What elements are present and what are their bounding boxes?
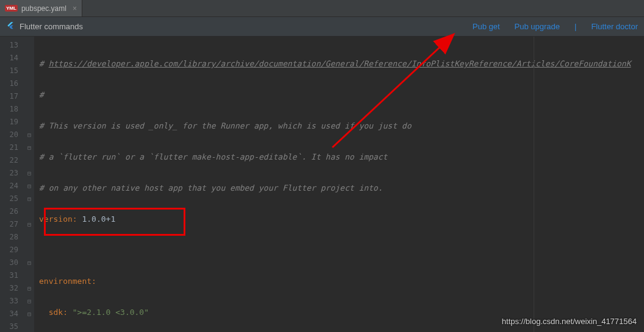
tab-filename: pubspec.yaml [21, 4, 66, 13]
watermark: https://blog.csdn.net/weixin_41771564 [502, 317, 637, 326]
line-number: 18 [0, 103, 24, 116]
tab-bar: YML pubspec.yaml × [0, 0, 644, 17]
fold-marker[interactable]: ⊟ [24, 256, 34, 269]
fold-marker[interactable] [24, 39, 34, 52]
line-number: 31 [0, 269, 24, 282]
fold-marker[interactable]: ⊟ [24, 295, 34, 308]
line-number: 24 [0, 180, 24, 192]
command-bar-actions: Pub get Pub upgrade | Flutter doctor [473, 22, 638, 31]
line-number: 17 [0, 90, 24, 103]
fold-marker[interactable] [24, 77, 34, 90]
line-number: 30 [0, 256, 24, 269]
fold-marker[interactable] [24, 90, 34, 103]
line-number: 26 [0, 205, 24, 218]
line-number: 13 [0, 39, 24, 52]
fold-marker[interactable]: ⊟ [24, 180, 34, 192]
fold-marker[interactable]: ⊟ [24, 192, 34, 205]
fold-marker[interactable] [24, 116, 34, 129]
tab-pubspec[interactable]: YML pubspec.yaml × [0, 0, 82, 16]
line-number: 20 [0, 129, 24, 141]
flutter-icon [6, 21, 15, 33]
flutter-command-bar: Flutter commands Pub get Pub upgrade | F… [0, 17, 644, 37]
line-number: 33 [0, 295, 24, 308]
fold-marker[interactable] [24, 65, 34, 77]
line-number: 15 [0, 65, 24, 77]
line-number: 32 [0, 282, 24, 295]
line-number: 23 [0, 167, 24, 180]
fold-marker[interactable]: ⊟ [24, 308, 34, 320]
line-number: 21 [0, 141, 24, 154]
fold-marker[interactable] [24, 154, 34, 167]
fold-gutter: ⊟⊟⊟⊟⊟⊟⊟⊟⊟⊟ [24, 37, 34, 332]
command-bar-title: Flutter commands [20, 22, 473, 31]
line-number: 34 [0, 308, 24, 320]
code-area[interactable]: # https://developer.apple.com/library/ar… [34, 37, 644, 332]
line-number: 14 [0, 52, 24, 65]
fold-marker[interactable] [24, 52, 34, 65]
editor[interactable]: 1314151617181920212223242526272829303132… [0, 37, 644, 332]
fold-marker[interactable]: ⊟ [24, 218, 34, 231]
line-number: 28 [0, 231, 24, 244]
fold-marker[interactable] [24, 244, 34, 256]
fold-marker[interactable]: ⊟ [24, 141, 34, 154]
line-number: 25 [0, 192, 24, 205]
separator: | [574, 22, 576, 31]
right-margin-guide [534, 37, 534, 332]
fold-marker[interactable] [24, 269, 34, 282]
fold-marker[interactable] [24, 231, 34, 244]
fold-marker[interactable] [24, 103, 34, 116]
flutter-doctor-link[interactable]: Flutter doctor [591, 22, 638, 31]
line-number: 27 [0, 218, 24, 231]
fold-marker[interactable]: ⊟ [24, 282, 34, 295]
fold-marker[interactable] [24, 205, 34, 218]
fold-marker[interactable]: ⊟ [24, 167, 34, 180]
line-number: 22 [0, 154, 24, 167]
pub-upgrade-link[interactable]: Pub upgrade [515, 22, 560, 31]
line-number: 19 [0, 116, 24, 129]
fold-marker[interactable] [24, 320, 34, 332]
fold-marker[interactable]: ⊟ [24, 129, 34, 141]
close-icon[interactable]: × [73, 4, 77, 13]
line-number: 35 [0, 320, 24, 332]
yaml-file-icon: YML [5, 5, 18, 12]
line-number: 16 [0, 77, 24, 90]
line-number-gutter: 1314151617181920212223242526272829303132… [0, 37, 24, 332]
line-number: 29 [0, 244, 24, 256]
pub-get-link[interactable]: Pub get [473, 22, 500, 31]
